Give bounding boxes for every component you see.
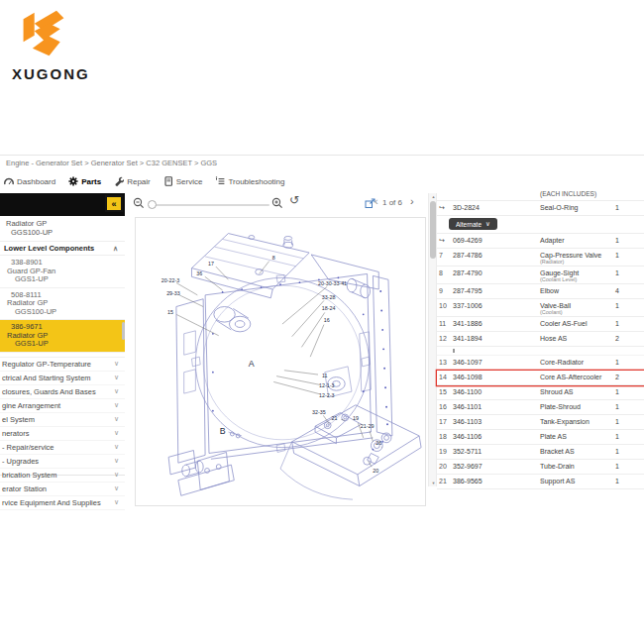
- parts-table-row[interactable]: 19 352-5711 Bracket AS 1: [437, 445, 644, 460]
- row-part-name: Plate AS: [540, 433, 611, 440]
- chevron-down-icon: ∨: [114, 374, 119, 381]
- parts-table-row[interactable]: ↪ 3D-2824 Seal-O-Ring 1: [437, 201, 644, 216]
- callout-label-17[interactable]: 17: [208, 261, 214, 267]
- zoom-slider[interactable]: [149, 204, 269, 206]
- row-part-number: 352-5711: [453, 448, 540, 455]
- sidebar-category[interactable]: ctrical And Starting System ∨: [0, 372, 125, 385]
- tab-troubleshooting[interactable]: Troubleshooting: [215, 176, 284, 186]
- chevron-down-icon: ∨: [114, 471, 119, 479]
- parts-table-row[interactable]: 9 287-4795 Elbow 4: [437, 284, 644, 299]
- callout-label-36[interactable]: 36: [196, 270, 202, 276]
- sidebar-component[interactable]: 338-8901 Guard GP-Fan GGS1-UP: [0, 256, 125, 288]
- callout-label-11[interactable]: 11: [322, 373, 328, 378]
- chevron-down-icon: ∨: [114, 401, 119, 409]
- row-part-name: Elbow: [540, 287, 611, 294]
- row-part-number: 287-4786: [453, 252, 540, 259]
- row-ref: 11: [437, 320, 453, 327]
- callout-label-20[interactable]: 20: [373, 468, 378, 474]
- sidebar-category[interactable]: Regulator GP-Temperature ∨: [0, 358, 125, 372]
- parts-table-row[interactable]: 8 287-4790 Gauge-Sight(Coolant Level) 1: [437, 267, 644, 284]
- parts-table-row[interactable]: 12 341-1894 Hose AS 2: [437, 332, 644, 347]
- callout-label-33-28[interactable]: 33-28: [322, 294, 336, 300]
- tab-repair[interactable]: Repair: [114, 176, 151, 186]
- row-part-number: 346-1103: [453, 418, 540, 425]
- parts-table-body: ↪ 3D-2824 Seal-O-Ring 1 Alternate ∨ ↪ 06…: [437, 201, 644, 489]
- callout-label-12-1-3[interactable]: 12-1-3: [319, 382, 334, 388]
- sidebar-collapse-button[interactable]: «: [105, 195, 123, 212]
- page-indicator: 1 of 6: [382, 198, 402, 207]
- zoom-in-icon[interactable]: [271, 197, 283, 210]
- component-serial: GGS1-UP: [0, 275, 125, 284]
- row-part-name: Cap-Pressure Valve(Radiator): [540, 252, 611, 266]
- sidebar-category[interactable]: closures, Guards And Bases ∨: [0, 385, 125, 399]
- category-label: el System: [2, 415, 35, 424]
- parts-table-row[interactable]: 21 386-9565 Support AS 1: [437, 475, 644, 489]
- callout-label-20-22-3[interactable]: 20-22-3: [161, 277, 179, 283]
- sidebar-category[interactable]: el System ∨: [0, 413, 125, 427]
- callout-label-A[interactable]: A: [249, 359, 255, 369]
- sidebar-category[interactable]: nerators ∨: [0, 427, 125, 441]
- row-ref: 18: [437, 433, 453, 440]
- tab-service[interactable]: Service: [163, 176, 203, 186]
- sidebar-category[interactable]: gine Arrangement ∨: [0, 399, 125, 413]
- previous-page-button[interactable]: ‹: [375, 195, 378, 207]
- parts-table-row[interactable]: 10 337-1006 Valve-Ball(Coolant) 1: [437, 299, 644, 317]
- callout-leader-line: [301, 312, 324, 347]
- callout-label-16[interactable]: 16: [324, 317, 330, 323]
- sidebar-component[interactable]: 386-9671 Radiator GP GGS1-UP: [0, 320, 125, 353]
- panel-scrollbar[interactable]: ▲ ▼: [428, 193, 437, 486]
- panel-scrollbar-thumb[interactable]: [430, 201, 436, 259]
- alternate-button[interactable]: Alternate ∨: [449, 218, 497, 230]
- callout-label-8[interactable]: 8: [272, 255, 275, 261]
- tab-parts[interactable]: Parts: [68, 176, 101, 186]
- sidebar-category[interactable]: rvice Equipment And Supplies ∨: [0, 496, 125, 510]
- alternate-label: Alternate: [456, 221, 482, 228]
- wrench-icon: [114, 176, 124, 186]
- zoom-out-icon[interactable]: [133, 197, 145, 210]
- parts-table-row[interactable]: 7 287-4786 Cap-Pressure Valve(Radiator) …: [437, 249, 644, 267]
- tab-dashboard[interactable]: Dashboard: [4, 176, 55, 186]
- row-part-number: 287-4790: [453, 269, 540, 276]
- next-page-button[interactable]: ›: [410, 195, 414, 207]
- chevron-down-icon: ∨: [114, 387, 119, 395]
- callout-label-29-33[interactable]: 29-33: [166, 290, 180, 296]
- parts-table-row[interactable]: 11 341-1886 Cooler AS-Fuel 1: [437, 317, 644, 332]
- lower-level-components-header[interactable]: Lower Level Components ∧: [0, 242, 125, 256]
- parts-table-row[interactable]: 18 346-1106 Plate AS 1: [437, 430, 644, 445]
- sidebar-category[interactable]: - Upgrades ∨: [0, 455, 125, 469]
- sidebar-component[interactable]: 508-8111 Radiator GP GGS100-UP: [0, 288, 125, 321]
- sidebar-parent-item[interactable]: Radiator GP GGS100-UP: [0, 216, 125, 242]
- callout-label-32-35[interactable]: 32-35: [312, 409, 326, 415]
- chevron-down-icon: ∨: [114, 360, 119, 368]
- callout-label-12-2-3[interactable]: 12-2-3: [319, 392, 334, 398]
- parts-table-row[interactable]: 20 352-9697 Tube-Drain 1: [437, 460, 644, 475]
- callout-label-B[interactable]: B: [220, 426, 226, 436]
- zoom-slider-knob[interactable]: [148, 200, 157, 209]
- row-part-number: 3D-2824: [453, 204, 540, 211]
- parts-table-row[interactable]: 16 346-1101 Plate-Shroud 1: [437, 400, 644, 415]
- callout-leader-line: [176, 314, 219, 335]
- radiator-front-face: [205, 273, 371, 453]
- parts-table-row[interactable]: 14 346-1098 Core AS-Aftercooler 2: [437, 371, 644, 385]
- parts-table-row[interactable]: ↪ 069-4269 Adapter 1: [437, 234, 644, 249]
- callout-label-21[interactable]: 21: [332, 415, 338, 421]
- callout-label-21-29[interactable]: 21-29: [361, 423, 375, 429]
- category-label: closures, Guards And Bases: [2, 387, 96, 396]
- row-part-number: 069-4269: [453, 237, 540, 244]
- sidebar-category[interactable]: - Repair/service ∨: [0, 441, 125, 455]
- callout-label-26[interactable]: 26: [376, 440, 381, 446]
- parts-diagram-canvas[interactable]: 173620-22-329-3315820-30-33-4133-2818-24…: [135, 217, 426, 506]
- sidebar-category[interactable]: erator Station ∨: [0, 483, 125, 496]
- callout-label-19[interactable]: 19: [353, 415, 359, 421]
- row-part-name: Shroud AS: [540, 388, 611, 395]
- sidebar-components: 338-8901 Guard GP-Fan GGS1-UP 508-8111 R…: [0, 256, 125, 353]
- callout-label-18-24[interactable]: 18-24: [322, 305, 336, 311]
- parts-table-row[interactable]: 13 346-1097 Core-Radiator 1: [437, 356, 644, 371]
- callout-label-20-30-33-41[interactable]: 20-30-33-41: [318, 280, 347, 286]
- callout-label-15[interactable]: 15: [167, 309, 173, 315]
- breadcrumb[interactable]: Engine - Generator Set > Generator Set >…: [6, 159, 217, 167]
- parts-table-row[interactable]: 17 346-1103 Tank-Expansion 1: [437, 415, 644, 430]
- reset-view-icon[interactable]: ↺: [289, 193, 299, 207]
- parts-table-row[interactable]: 15 346-1100 Shroud AS 1: [437, 385, 644, 400]
- sidebar-category[interactable]: brication System ∨: [0, 469, 125, 483]
